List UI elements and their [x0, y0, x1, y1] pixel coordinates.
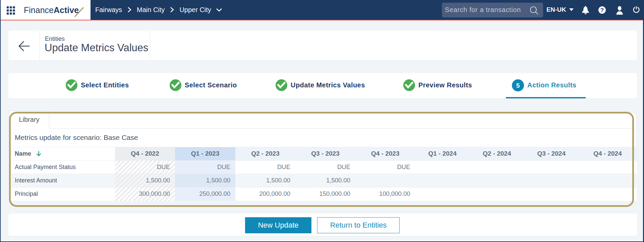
- svg-text:5: 5: [516, 82, 520, 89]
- svg-text:?: ?: [600, 7, 604, 13]
